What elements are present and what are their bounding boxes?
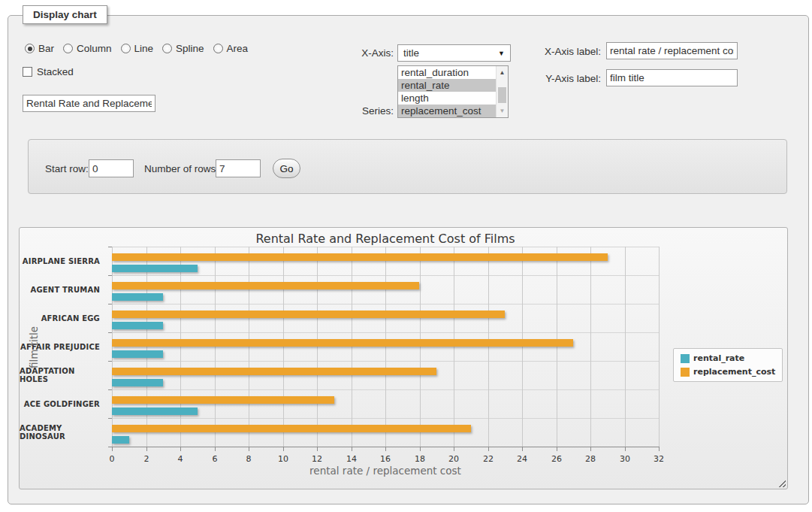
legend-item-rental_rate[interactable]: rental_rate — [681, 353, 775, 363]
replacement_cost-bar[interactable] — [112, 253, 608, 261]
series-scrollbar[interactable]: ▲ ▼ — [496, 66, 508, 117]
legend-item-replacement_cost[interactable]: replacement_cost — [681, 367, 775, 377]
radio-column[interactable] — [63, 44, 73, 53]
chart-type-option-column[interactable]: Column — [63, 43, 112, 54]
radio-label: Area — [227, 43, 249, 54]
x-axis-tick — [215, 447, 216, 451]
x-axis-tick — [283, 447, 284, 451]
gridline-x — [215, 247, 216, 447]
rental_rate-bar[interactable] — [112, 350, 163, 358]
x-axis-tick-label: 2 — [131, 454, 161, 464]
x-axis-tick-label: 26 — [542, 454, 572, 464]
chart-type-radio-group: BarColumnLineSplineArea — [25, 43, 248, 54]
chart-type-option-bar[interactable]: Bar — [25, 43, 54, 54]
replacement_cost-bar[interactable] — [112, 311, 505, 318]
go-button[interactable]: Go — [273, 159, 300, 178]
replacement_cost-bar[interactable] — [112, 282, 419, 289]
radio-label: Column — [77, 43, 112, 54]
radio-spline[interactable] — [162, 44, 172, 53]
stacked-checkbox[interactable] — [23, 67, 32, 77]
series-option-rental_rate[interactable]: rental_rate — [398, 79, 496, 92]
series-option-replacement_cost[interactable]: replacement_cost — [398, 105, 496, 117]
chart-type-option-area[interactable]: Area — [213, 43, 249, 54]
yaxis-label-field-label: Y-Axis label: — [530, 73, 601, 84]
series-option-rental_duration[interactable]: rental_duration — [398, 66, 496, 79]
gridline-x — [590, 247, 591, 447]
row-range-panel — [28, 139, 787, 194]
gridline-x — [283, 247, 284, 447]
chart-type-option-spline[interactable]: Spline — [162, 43, 204, 54]
x-axis-tick-label: 30 — [610, 454, 640, 464]
panel-title: Display chart — [23, 5, 107, 24]
page: Display chart BarColumnLineSplineArea St… — [0, 0, 812, 512]
x-axis-tick — [625, 447, 626, 451]
scrollbar-thumb[interactable] — [498, 87, 506, 103]
series-list-label: Series: — [327, 105, 394, 117]
radio-area[interactable] — [213, 44, 223, 53]
stacked-option[interactable]: Stacked — [23, 66, 74, 77]
gridline-x — [454, 247, 454, 447]
rental_rate-bar[interactable] — [112, 265, 198, 272]
rental_rate-bar[interactable] — [112, 407, 198, 415]
category-label: AIRPLANE SIERRA — [20, 247, 106, 275]
scroll-down-icon[interactable]: ▼ — [497, 105, 508, 117]
scroll-up-icon[interactable]: ▲ — [497, 67, 508, 78]
yaxis-label-input[interactable] — [606, 69, 738, 86]
legend-label: rental_rate — [693, 353, 744, 363]
xaxis-select-label: X-Axis: — [327, 47, 394, 59]
gridline-x — [180, 247, 181, 447]
chart-container: Rental Rate and Replacement Cost of Film… — [19, 227, 788, 489]
x-axis-tick-label: 32 — [644, 454, 674, 464]
stacked-label: Stacked — [37, 66, 74, 77]
radio-label: Bar — [38, 43, 54, 54]
radio-label: Spline — [176, 43, 204, 54]
x-axis-tick — [146, 447, 147, 451]
series-listbox[interactable]: rental_durationrental_ratelengthreplacem… — [397, 65, 509, 118]
radio-label: Line — [134, 43, 154, 54]
x-axis-tick-label: 4 — [165, 454, 195, 464]
replacement_cost-bar[interactable] — [112, 396, 334, 404]
gridline-x — [352, 247, 352, 447]
start-row-input[interactable] — [89, 159, 134, 177]
radio-line[interactable] — [121, 44, 131, 53]
chart-title-input[interactable] — [23, 95, 155, 112]
gridline-x — [385, 247, 386, 447]
rental_rate-bar[interactable] — [112, 293, 163, 301]
radio-bar[interactable] — [25, 44, 35, 53]
series-option-length[interactable]: length — [398, 92, 496, 105]
y-axis-tick — [108, 247, 112, 247]
replacement_cost-bar[interactable] — [112, 425, 471, 432]
replacement_cost-bar[interactable] — [112, 339, 573, 347]
x-axis-tick-label: 24 — [507, 454, 537, 464]
rental_rate-bar[interactable] — [112, 436, 129, 444]
gridline-x — [112, 247, 113, 447]
x-axis-tick — [420, 447, 421, 451]
gridline-x — [420, 247, 421, 447]
legend-label: replacement_cost — [693, 367, 775, 377]
x-axis-tick — [317, 447, 318, 451]
x-axis-tick-label: 8 — [234, 454, 264, 464]
y-axis-tick — [108, 304, 112, 304]
x-axis-tick — [557, 447, 557, 451]
xaxis-select[interactable]: title ▼ — [397, 44, 511, 62]
replacement_cost-bar[interactable] — [112, 368, 436, 375]
x-axis-tick-label: 12 — [302, 454, 332, 464]
x-axis-tick — [488, 447, 489, 451]
x-axis-tick — [352, 447, 352, 451]
number-of-rows-label: Number of rows: — [144, 163, 219, 174]
legend-swatch-icon — [681, 354, 690, 363]
xaxis-label-input[interactable] — [606, 42, 738, 59]
x-axis-tick — [659, 447, 660, 451]
chart-legend: rental_ratereplacement_cost — [673, 348, 783, 382]
gridline-x — [249, 247, 249, 447]
y-axis-tick — [108, 389, 112, 390]
number-of-rows-input[interactable] — [216, 159, 261, 177]
resize-handle-icon[interactable] — [777, 478, 786, 487]
chevron-down-icon: ▼ — [498, 50, 505, 57]
rental_rate-bar[interactable] — [112, 322, 163, 329]
x-axis-tick-label: 28 — [575, 454, 605, 464]
category-label: ACADEMY DINOSAUR — [20, 418, 106, 447]
gridline-x — [522, 247, 523, 447]
rental_rate-bar[interactable] — [112, 379, 163, 386]
chart-type-option-line[interactable]: Line — [121, 43, 154, 54]
